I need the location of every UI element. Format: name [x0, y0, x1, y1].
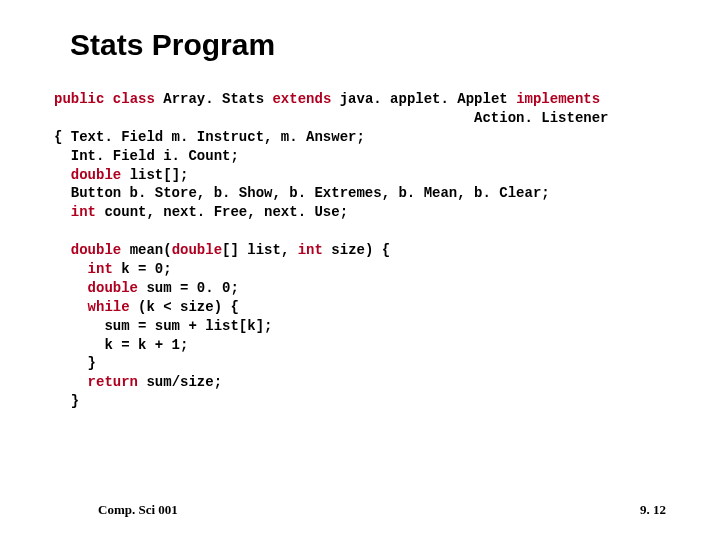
page-title: Stats Program: [70, 28, 666, 62]
code-text: java. applet. Applet: [331, 91, 516, 107]
code-text: [54, 374, 88, 390]
code-text: count, next. Free, next. Use;: [96, 204, 348, 220]
code-text: Action. Listener: [54, 110, 609, 126]
footer-right: 9. 12: [640, 502, 666, 518]
code-text: sum/size;: [138, 374, 222, 390]
code-text: mean(: [121, 242, 171, 258]
code-text: sum = sum + list[k];: [54, 318, 272, 334]
code-text: Int. Field i. Count;: [54, 148, 239, 164]
code-text: [54, 204, 71, 220]
footer-left: Comp. Sci 001: [98, 502, 178, 518]
code-text: [54, 167, 71, 183]
code-text: }: [54, 355, 96, 371]
code-text: [54, 261, 88, 277]
kw-double: double: [172, 242, 222, 258]
kw-double: double: [71, 242, 121, 258]
code-text: (k < size) {: [130, 299, 239, 315]
code-text: [54, 242, 71, 258]
kw-double: double: [88, 280, 138, 296]
kw-while: while: [88, 299, 130, 315]
kw-int: int: [88, 261, 113, 277]
code-text: }: [54, 393, 79, 409]
code-text: { Text. Field m. Instruct, m. Answer;: [54, 129, 365, 145]
kw-double: double: [71, 167, 121, 183]
footer: Comp. Sci 001 9. 12: [54, 502, 666, 518]
code-text: size) {: [323, 242, 390, 258]
kw-extends: extends: [272, 91, 331, 107]
code-block: public class Array. Stats extends java. …: [54, 90, 666, 411]
code-text: k = k + 1;: [54, 337, 188, 353]
code-text: Array. Stats: [155, 91, 273, 107]
code-text: list[];: [121, 167, 188, 183]
kw-class: class: [113, 91, 155, 107]
kw-int: int: [298, 242, 323, 258]
kw-return: return: [88, 374, 138, 390]
code-text: k = 0;: [113, 261, 172, 277]
code-text: [54, 299, 88, 315]
code-text: Button b. Store, b. Show, b. Extremes, b…: [54, 185, 550, 201]
kw-implements: implements: [516, 91, 600, 107]
slide: Stats Program public class Array. Stats …: [0, 0, 720, 540]
code-text: [] list,: [222, 242, 298, 258]
code-text: sum = 0. 0;: [138, 280, 239, 296]
code-text: [54, 280, 88, 296]
kw-public: public: [54, 91, 104, 107]
code-text: [104, 91, 112, 107]
kw-int: int: [71, 204, 96, 220]
